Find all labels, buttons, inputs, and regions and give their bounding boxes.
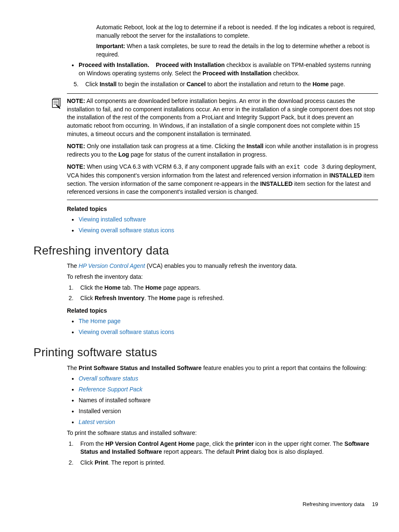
bullet-icon: ● [67, 407, 79, 416]
related-topics-heading: Related topics [67, 205, 378, 213]
print-bullet: ● Overall software status [67, 375, 378, 383]
important-text: When a task completes, be sure to read t… [96, 43, 370, 58]
print-bullet: ● Names of installed software [67, 396, 378, 405]
bullet-icon: ● [67, 216, 79, 224]
related-link[interactable]: The Home page [79, 317, 378, 326]
related-item: ● Viewing installed software [67, 216, 378, 224]
important-para: Important: When a task completes, be sur… [96, 42, 378, 59]
proceed-text: Proceed with Installation. Proceed with … [79, 61, 378, 77]
section-title-print: Printing software status [33, 344, 386, 360]
print-bullet: ● Reference Support Pack [67, 386, 378, 394]
bullet-icon: ● [67, 328, 79, 337]
step-5: 5. Click Install to begin the installati… [72, 80, 378, 89]
related-item: ● Viewing overall software status icons [67, 226, 378, 235]
note-1: NOTE: All components are downloaded befo… [67, 97, 378, 138]
proceed-bullet: ● Proceed with Installation. Proceed wit… [67, 61, 378, 77]
bullet-icon: ● [67, 396, 79, 405]
bullet-icon: ● [67, 61, 79, 69]
note-3: NOTE: When using VCA 6.3 with VCRM 6.3, … [67, 163, 378, 196]
print-bullet-link[interactable]: Overall software status [79, 375, 378, 383]
related-item: ● The Home page [67, 317, 378, 326]
refresh-step-1: 1. Click the Home tab. The Home page app… [67, 284, 378, 292]
note-icon [50, 97, 67, 112]
related-link[interactable]: Viewing overall software status icons [79, 226, 378, 235]
page-number: 19 [372, 501, 378, 507]
section-title-refresh: Refreshing inventory data [33, 242, 386, 259]
bullet-icon: ● [67, 418, 79, 427]
print-step-2: 2. Click Print. The report is printed. [67, 459, 378, 467]
intro-para: Automatic Reboot, look at the log to det… [96, 23, 378, 40]
note-box: NOTE: All components are downloaded befo… [67, 93, 378, 200]
step-number: 5. [72, 80, 85, 89]
refresh-lead: To refresh the inventory data: [67, 273, 378, 281]
bullet-icon: ● [67, 226, 79, 235]
print-bullet-link[interactable]: Reference Support Pack [79, 386, 378, 394]
related-link[interactable]: Viewing overall software status icons [79, 328, 378, 337]
bullet-icon: ● [67, 317, 79, 326]
print-bullet: ● Installed version [67, 407, 378, 416]
print-lead: To print the software status and install… [67, 429, 378, 437]
related-link[interactable]: Viewing installed software [79, 216, 378, 224]
print-bullet-link[interactable]: Latest version [79, 418, 378, 427]
print-bullet: ● Latest version [67, 418, 378, 427]
bullet-icon: ● [67, 386, 79, 394]
step-text: Click Install to begin the installation … [85, 80, 378, 89]
print-bullet-text: Names of installed software [79, 396, 378, 405]
related-item: ● Viewing overall software status icons [67, 328, 378, 337]
print-intro: The Print Software Status and Installed … [67, 364, 378, 373]
note-2: NOTE: Only one installation task can pro… [67, 142, 378, 159]
related-topics-heading: Related topics [67, 307, 378, 315]
print-step-1: 1. From the HP Version Control Agent Hom… [67, 440, 378, 456]
print-bullet-text: Installed version [79, 407, 378, 416]
footer-text: Refreshing inventory data [302, 501, 364, 507]
vca-link[interactable]: HP Version Control Agent [79, 262, 145, 269]
bullet-icon: ● [67, 375, 79, 383]
refresh-intro: The HP Version Control Agent (VCA) enabl… [67, 262, 378, 270]
page-footer: Refreshing inventory data19 [13, 501, 386, 508]
refresh-step-2: 2. Click Refresh Inventory. The Home pag… [67, 294, 378, 303]
important-label: Important: [96, 43, 125, 49]
